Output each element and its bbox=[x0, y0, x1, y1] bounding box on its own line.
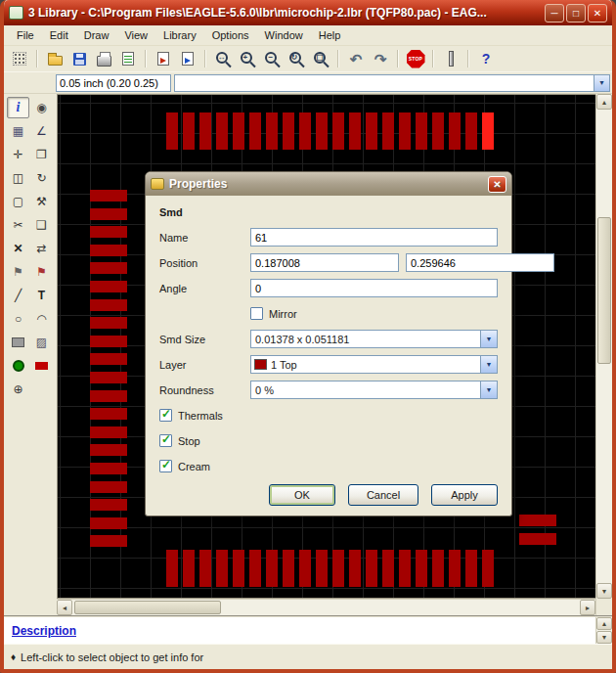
smd-pad-top-row[interactable] bbox=[249, 112, 261, 150]
cut-tool[interactable]: ✂ bbox=[7, 214, 29, 236]
smd-pad-top-row[interactable] bbox=[216, 112, 228, 150]
smd-pad-bottom-row[interactable] bbox=[465, 550, 477, 587]
mirror-checkbox[interactable] bbox=[250, 307, 263, 320]
redo-button[interactable]: ↷ bbox=[369, 48, 392, 69]
cancel-button[interactable]: Cancel bbox=[348, 484, 418, 506]
close-button[interactable]: ✕ bbox=[588, 4, 607, 22]
apply-button[interactable]: Apply bbox=[431, 484, 498, 506]
scroll-left-arrow[interactable] bbox=[57, 600, 72, 615]
description-scroll-up-arrow[interactable] bbox=[596, 617, 612, 630]
smd-pad-bottom-row[interactable] bbox=[366, 550, 377, 587]
title-bar[interactable]: 3 Library - C:\Program Files\EAGLE-5.6.0… bbox=[4, 0, 612, 25]
arc-tool[interactable]: ◠ bbox=[30, 308, 53, 330]
description-scrollbar[interactable] bbox=[595, 617, 612, 644]
smd-pad-top-row[interactable] bbox=[399, 112, 411, 150]
open-button[interactable] bbox=[43, 48, 66, 69]
stop-button[interactable]: STOP bbox=[404, 48, 427, 69]
hole-tool[interactable]: ⊕ bbox=[7, 379, 29, 400]
smd-pad-top-row[interactable] bbox=[316, 112, 328, 150]
smd-pad-left-column[interactable] bbox=[90, 499, 127, 511]
smd-pad-bottom-row[interactable] bbox=[199, 550, 211, 587]
zoom-select-button[interactable] bbox=[309, 48, 332, 69]
grid-button[interactable] bbox=[8, 48, 31, 69]
info-tool[interactable]: i bbox=[7, 97, 29, 118]
vscroll-thumb[interactable] bbox=[597, 217, 611, 364]
smd-pad-bottom-row[interactable] bbox=[332, 550, 344, 587]
menu-library[interactable]: Library bbox=[155, 27, 204, 43]
hscroll-thumb[interactable] bbox=[74, 601, 221, 614]
smd-pad-bottom-row[interactable] bbox=[266, 550, 278, 587]
smd-pad-left-column[interactable] bbox=[90, 336, 127, 347]
smd-pad-right-column[interactable] bbox=[519, 533, 556, 545]
command-history-dropdown-arrow[interactable] bbox=[594, 75, 609, 91]
smd-pad-right-column[interactable] bbox=[519, 515, 556, 526]
smd-pad-left-column[interactable] bbox=[90, 353, 127, 365]
smd-size-dropdown-arrow[interactable] bbox=[480, 331, 497, 347]
smd-pad-left-column[interactable] bbox=[90, 408, 127, 420]
smd-pad-bottom-row[interactable] bbox=[349, 550, 361, 587]
move-tool[interactable]: ✛ bbox=[7, 144, 29, 165]
smd-pad-top-row[interactable] bbox=[432, 112, 444, 150]
smd-pad-top-row[interactable] bbox=[482, 112, 494, 150]
circle-tool[interactable]: ○ bbox=[7, 308, 29, 330]
smd-pad-left-column[interactable] bbox=[90, 426, 127, 438]
thermals-checkbox[interactable] bbox=[159, 409, 172, 422]
smd-pad-left-column[interactable] bbox=[90, 390, 127, 402]
zoom-fit-button[interactable] bbox=[211, 48, 235, 69]
coordinate-display[interactable] bbox=[56, 74, 171, 92]
smd-pad-bottom-row[interactable] bbox=[283, 550, 294, 587]
smd-pad-left-column[interactable] bbox=[90, 299, 127, 311]
description-link[interactable]: Description bbox=[12, 624, 76, 638]
dialog-close-button[interactable] bbox=[488, 176, 506, 193]
smd-pad-left-column[interactable] bbox=[90, 463, 127, 474]
print-button[interactable] bbox=[92, 48, 115, 69]
layer-dropdown-arrow[interactable] bbox=[480, 356, 497, 373]
smd-pad-bottom-row[interactable] bbox=[249, 550, 261, 587]
zoom-redraw-button[interactable] bbox=[285, 48, 308, 69]
dialog-title-bar[interactable]: Properties bbox=[146, 172, 511, 196]
menu-options[interactable]: Options bbox=[204, 27, 257, 43]
smd-pad-bottom-row[interactable] bbox=[183, 550, 195, 587]
canvas-vscrollbar[interactable] bbox=[596, 94, 612, 599]
smd-pad-top-row[interactable] bbox=[299, 112, 311, 150]
smd-pad-top-row[interactable] bbox=[283, 112, 294, 150]
text-tool[interactable]: T bbox=[30, 285, 53, 306]
name-tool[interactable]: ⚑ bbox=[7, 261, 29, 283]
save-button[interactable] bbox=[67, 48, 91, 69]
command-input[interactable] bbox=[175, 75, 594, 91]
menu-view[interactable]: View bbox=[116, 27, 155, 43]
menu-window[interactable]: Window bbox=[257, 27, 311, 43]
smd-pad-top-row[interactable] bbox=[465, 112, 477, 150]
angle-input[interactable] bbox=[250, 279, 498, 297]
smd-pad-top-row[interactable] bbox=[332, 112, 344, 150]
scroll-right-arrow[interactable] bbox=[580, 600, 595, 615]
use-library-button[interactable] bbox=[152, 48, 175, 69]
value-tool[interactable]: ⚑ bbox=[30, 261, 53, 283]
smd-pad-left-column[interactable] bbox=[90, 245, 127, 256]
run-ulp-button[interactable] bbox=[439, 48, 462, 69]
copy-tool[interactable]: ❐ bbox=[30, 144, 53, 165]
smd-pad-bottom-row[interactable] bbox=[449, 550, 461, 587]
paste-tool[interactable]: ❑ bbox=[30, 214, 53, 236]
smd-pad-bottom-row[interactable] bbox=[432, 550, 444, 587]
smd-pad-top-row[interactable] bbox=[382, 112, 394, 150]
stop-checkbox[interactable] bbox=[159, 434, 172, 447]
smd-pad-bottom-row[interactable] bbox=[399, 550, 411, 587]
smd-pad-bottom-row[interactable] bbox=[382, 550, 394, 587]
help-button[interactable]: ? bbox=[474, 48, 498, 69]
smd-pad-bottom-row[interactable] bbox=[216, 550, 228, 587]
smd-pad-top-row[interactable] bbox=[349, 112, 361, 150]
mark-tool[interactable]: ∠ bbox=[30, 120, 53, 142]
show-tool[interactable]: ◉ bbox=[30, 97, 53, 118]
display-tool[interactable]: ▦ bbox=[7, 120, 29, 142]
smd-pad-left-column[interactable] bbox=[90, 208, 127, 220]
position-x-input[interactable] bbox=[250, 253, 399, 272]
smd-pad-bottom-row[interactable] bbox=[299, 550, 311, 587]
smd-pad-left-column[interactable] bbox=[90, 372, 127, 383]
scroll-down-arrow[interactable] bbox=[596, 583, 612, 599]
minimize-button[interactable]: ─ bbox=[545, 4, 564, 22]
smd-pad-left-column[interactable] bbox=[90, 281, 127, 292]
smd-pad-top-row[interactable] bbox=[266, 112, 278, 150]
smd-pad-top-row[interactable] bbox=[199, 112, 211, 150]
smd-pad-left-column[interactable] bbox=[90, 317, 127, 329]
